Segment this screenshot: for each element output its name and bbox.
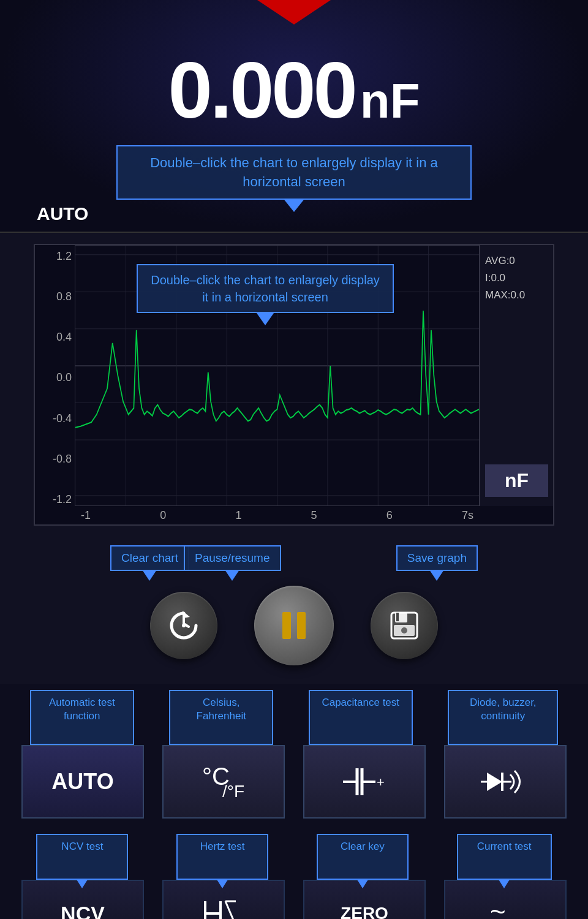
pause-resume-button[interactable] bbox=[254, 586, 334, 665]
hz-icon bbox=[202, 895, 245, 919]
clear-chart-button[interactable] bbox=[150, 592, 217, 659]
chart-tooltip: Double–click the chart to enlargely disp… bbox=[137, 264, 394, 313]
clear-chart-tooltip: Clear chart bbox=[110, 545, 189, 571]
display-tooltip: Double–click the chart to enlargely disp… bbox=[116, 145, 472, 200]
pause-resume-tooltip: Pause/resume bbox=[184, 545, 281, 571]
mode-label: AUTO bbox=[37, 203, 88, 224]
func-tooltip-row2: NCV test Hertz test Clear key Current te… bbox=[12, 825, 576, 880]
x-label-6: 6 bbox=[386, 509, 393, 522]
y-label-neg1.2: -1.2 bbox=[53, 493, 72, 506]
diode-function-button[interactable] bbox=[444, 745, 567, 819]
back-icon bbox=[167, 608, 201, 643]
y-label-1.2: 1.2 bbox=[56, 250, 72, 263]
y-axis: 1.2 0.8 0.4 0.0 -0.4 -0.8 -1.2 bbox=[35, 245, 75, 506]
current-icon: ~ A bbox=[484, 895, 527, 919]
y-label-0.0: 0.0 bbox=[56, 371, 72, 384]
svg-text:~: ~ bbox=[490, 896, 506, 919]
red-chevron-icon bbox=[257, 0, 331, 25]
cf-function-tooltip: Celsius, Fahrenheit bbox=[169, 690, 273, 745]
main-btn-row: Clear chart Save graph Pause/resume bbox=[31, 537, 557, 684]
min-stat: I:0.0 bbox=[485, 271, 548, 285]
diode-function-tooltip: Diode, buzzer, continuity bbox=[448, 690, 558, 745]
ncv-function-tooltip: NCV test bbox=[36, 834, 128, 880]
zero-btn-label: ZERO bbox=[341, 904, 388, 919]
cap-icon: + bbox=[340, 763, 389, 800]
svg-point-22 bbox=[401, 627, 407, 633]
svg-text:/°F: /°F bbox=[222, 782, 244, 801]
save-graph-tooltip: Save graph bbox=[396, 545, 478, 571]
ncv-btn-label: NCV bbox=[61, 902, 105, 920]
cap-function-tooltip: Capacitance test bbox=[309, 690, 413, 745]
func-tooltip-row1: Automatic test function Celsius, Fahrenh… bbox=[12, 684, 576, 745]
save-icon bbox=[388, 609, 421, 642]
auto-function-tooltip: Automatic test function bbox=[30, 690, 134, 745]
main-reading-value: 0.000 bbox=[168, 50, 355, 130]
auto-function-button[interactable]: AUTO bbox=[21, 745, 144, 819]
stats-panel: AVG:0 I:0.0 MAX:0.0 nF bbox=[480, 245, 553, 506]
cf-function-button[interactable]: °C /°F bbox=[162, 745, 285, 819]
cf-icon: °C /°F bbox=[199, 760, 248, 803]
y-label-neg0.8: -0.8 bbox=[53, 453, 72, 466]
max-stat: MAX:0.0 bbox=[485, 289, 548, 302]
y-label-0.4: 0.4 bbox=[56, 331, 72, 344]
cap-function-button[interactable]: + bbox=[303, 745, 426, 819]
y-label-0.8: 0.8 bbox=[56, 290, 72, 303]
x-label-neg1: -1 bbox=[81, 509, 91, 522]
main-reading-unit: nF bbox=[360, 73, 420, 129]
auto-btn-label: AUTO bbox=[51, 769, 113, 795]
pause-bar-1 bbox=[282, 612, 291, 639]
pause-bar-2 bbox=[297, 612, 306, 639]
display-tooltip-arrow bbox=[284, 200, 304, 212]
hz-function-tooltip: Hertz test bbox=[176, 834, 268, 880]
chart-plot[interactable]: Double–click the chart to enlargely disp… bbox=[75, 245, 480, 506]
svg-rect-20 bbox=[396, 613, 399, 621]
svg-text:+: + bbox=[377, 774, 385, 790]
x-label-7s: 7s bbox=[462, 509, 473, 522]
controls-area: Clear chart Save graph Pause/resume bbox=[0, 537, 588, 684]
current-function-tooltip: Current test bbox=[457, 834, 552, 880]
pause-icon bbox=[282, 612, 306, 639]
x-axis: -1 0 1 5 6 7s bbox=[75, 506, 480, 524]
chart-container[interactable]: 1.2 0.8 0.4 0.0 -0.4 -0.8 -1.2 bbox=[34, 244, 554, 526]
x-label-5: 5 bbox=[311, 509, 317, 522]
zero-function-tooltip: Clear key bbox=[317, 834, 409, 880]
top-display: 0.000 nF Double–click the chart to enlar… bbox=[0, 0, 588, 233]
save-graph-button[interactable] bbox=[371, 592, 438, 659]
y-label-neg0.4: -0.4 bbox=[53, 412, 72, 425]
svg-marker-30 bbox=[487, 773, 502, 791]
func-btn-row1: AUTO °C /°F + bbox=[12, 745, 576, 825]
x-label-0: 0 bbox=[160, 509, 166, 522]
svg-line-37 bbox=[225, 901, 236, 919]
function-area: Automatic test function Celsius, Fahrenh… bbox=[0, 684, 588, 919]
chart-unit-badge: nF bbox=[485, 464, 548, 497]
avg-stat: AVG:0 bbox=[485, 254, 548, 268]
func-btn-row2: NCV ZERO ~ A bbox=[12, 880, 576, 919]
diode-icon bbox=[481, 763, 530, 800]
x-label-1: 1 bbox=[235, 509, 241, 522]
